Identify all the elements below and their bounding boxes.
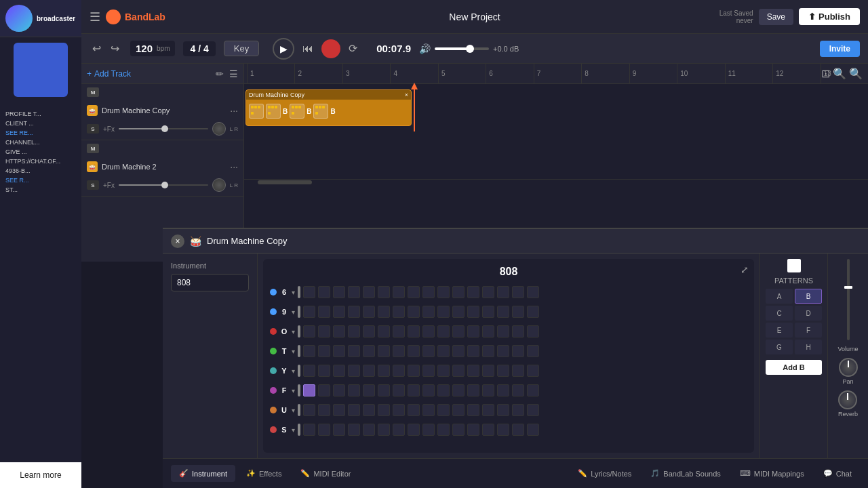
- tab-fx[interactable]: ✨Effects: [238, 465, 290, 482]
- tempo-value[interactable]: 120: [136, 43, 153, 54]
- step-Y-7[interactable]: [408, 365, 420, 377]
- step-O-8[interactable]: [422, 325, 435, 338]
- step-Y-5[interactable]: [378, 365, 390, 377]
- track2-fx[interactable]: +Fx: [103, 182, 115, 189]
- track2-pan-knob[interactable]: [212, 178, 226, 192]
- track2-solo-button[interactable]: S: [87, 180, 99, 190]
- undo-button[interactable]: ↩: [90, 41, 104, 56]
- step-T-1[interactable]: [318, 345, 330, 357]
- step-U-9[interactable]: [437, 404, 450, 416]
- row-chevron-6[interactable]: ▾: [292, 289, 295, 296]
- step-U-15[interactable]: [527, 404, 539, 416]
- step-O-7[interactable]: [408, 325, 420, 338]
- step-T-5[interactable]: [378, 345, 390, 357]
- step-6-9[interactable]: [437, 286, 450, 298]
- step-S-5[interactable]: [378, 424, 390, 436]
- step-F-2[interactable]: [333, 384, 345, 396]
- step-Y-8[interactable]: [422, 365, 435, 377]
- track1-more-button[interactable]: ···: [230, 105, 238, 116]
- step-Y-6[interactable]: [393, 365, 405, 377]
- redo-button[interactable]: ↪: [108, 41, 122, 56]
- step-O-4[interactable]: [363, 325, 375, 338]
- scroll-thumb[interactable]: [258, 180, 312, 184]
- loop-button[interactable]: ⟳: [346, 41, 360, 56]
- step-6-14[interactable]: [512, 286, 524, 298]
- key-button[interactable]: Key: [224, 41, 259, 56]
- step-F-13[interactable]: [497, 384, 509, 396]
- tab-instrument[interactable]: 🎸Instrument: [171, 465, 235, 482]
- step-9-1[interactable]: [318, 306, 330, 318]
- step-T-13[interactable]: [497, 345, 509, 357]
- step-S-1[interactable]: [318, 424, 330, 436]
- step-T-6[interactable]: [393, 345, 405, 357]
- step-F-14[interactable]: [512, 384, 524, 396]
- step-6-11[interactable]: [467, 286, 479, 298]
- step-O-1[interactable]: [318, 325, 330, 338]
- step-Y-14[interactable]: [512, 365, 524, 377]
- step-T-14[interactable]: [512, 345, 524, 357]
- step-9-8[interactable]: [422, 306, 435, 318]
- step-S-10[interactable]: [452, 424, 465, 436]
- row-chevron-S[interactable]: ▾: [292, 426, 295, 434]
- step-9-0[interactable]: [303, 306, 315, 318]
- step-9-7[interactable]: [408, 306, 420, 318]
- step-T-15[interactable]: [527, 345, 539, 357]
- step-9-5[interactable]: [378, 306, 390, 318]
- step-S-2[interactable]: [333, 424, 345, 436]
- step-Y-10[interactable]: [452, 365, 465, 377]
- tab-mappings[interactable]: ⌨MIDI Mappings: [732, 465, 812, 482]
- step-F-12[interactable]: [482, 384, 494, 396]
- step-T-9[interactable]: [437, 345, 450, 357]
- pattern-cell-F[interactable]: F: [795, 323, 822, 338]
- pencil-icon[interactable]: ✏: [216, 68, 224, 79]
- reverb-knob[interactable]: [838, 390, 857, 409]
- step-6-0[interactable]: [303, 286, 315, 298]
- step-F-9[interactable]: [437, 384, 450, 396]
- step-9-13[interactable]: [497, 306, 509, 318]
- step-F-11[interactable]: [467, 384, 479, 396]
- row-chevron-F[interactable]: ▾: [292, 387, 295, 394]
- step-O-0[interactable]: [303, 325, 315, 338]
- step-F-8[interactable]: [422, 384, 435, 396]
- pattern-cell-A[interactable]: A: [766, 289, 793, 304]
- step-9-10[interactable]: [452, 306, 465, 318]
- step-F-1[interactable]: [318, 384, 330, 396]
- step-9-15[interactable]: [527, 306, 539, 318]
- step-S-12[interactable]: [482, 424, 494, 436]
- step-F-15[interactable]: [527, 384, 539, 396]
- step-6-6[interactable]: [393, 286, 405, 298]
- step-T-11[interactable]: [467, 345, 479, 357]
- pattern-cell-D[interactable]: D: [795, 306, 822, 321]
- add-track-button[interactable]: + Add Track: [87, 69, 131, 79]
- step-O-10[interactable]: [452, 325, 465, 338]
- row-chevron-Y[interactable]: ▾: [292, 367, 295, 375]
- step-T-4[interactable]: [363, 345, 375, 357]
- step-Y-3[interactable]: [348, 365, 360, 377]
- step-U-12[interactable]: [482, 404, 494, 416]
- step-9-11[interactable]: [467, 306, 479, 318]
- drum-panel-close-button[interactable]: ×: [171, 235, 184, 248]
- step-6-1[interactable]: [318, 286, 330, 298]
- track2-more-button[interactable]: ···: [230, 161, 238, 172]
- step-9-4[interactable]: [363, 306, 375, 318]
- track1-fx[interactable]: +Fx: [103, 125, 115, 133]
- skip-back-button[interactable]: ⏮: [300, 41, 316, 56]
- step-U-14[interactable]: [512, 404, 524, 416]
- step-O-6[interactable]: [393, 325, 405, 338]
- step-O-11[interactable]: [467, 325, 479, 338]
- see-r2-link[interactable]: SEE R...: [5, 177, 76, 184]
- tab-lyrics[interactable]: ✏️Lyrics/Notes: [570, 465, 639, 482]
- step-U-8[interactable]: [422, 404, 435, 416]
- step-U-4[interactable]: [363, 404, 375, 416]
- step-U-5[interactable]: [378, 404, 390, 416]
- step-Y-1[interactable]: [318, 365, 330, 377]
- step-T-12[interactable]: [482, 345, 494, 357]
- step-S-7[interactable]: [408, 424, 420, 436]
- pattern-cell-E[interactable]: E: [766, 323, 793, 338]
- step-T-2[interactable]: [333, 345, 345, 357]
- volume-slider[interactable]: [435, 47, 489, 50]
- step-Y-13[interactable]: [497, 365, 509, 377]
- step-Y-9[interactable]: [437, 365, 450, 377]
- step-S-6[interactable]: [393, 424, 405, 436]
- pattern-cell-H[interactable]: H: [795, 340, 822, 354]
